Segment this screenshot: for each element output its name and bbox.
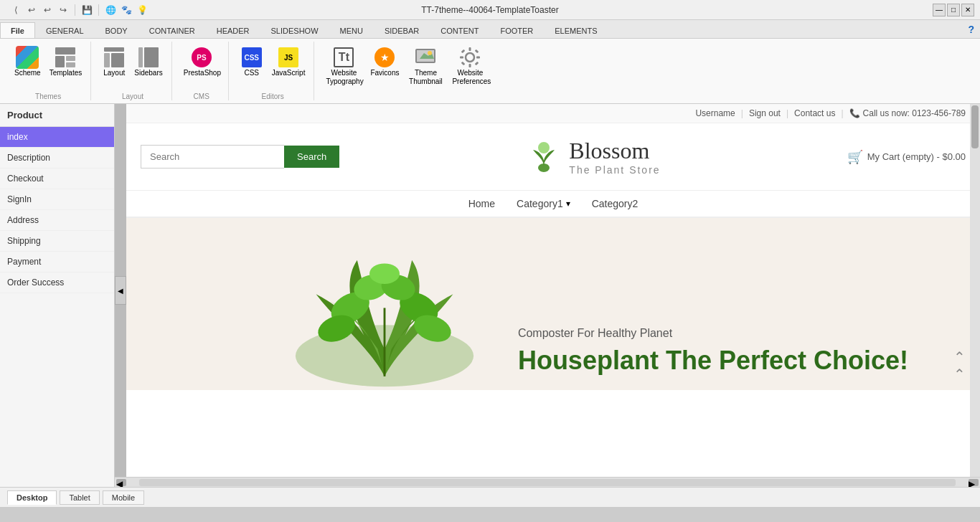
favicons-icon: ★ <box>373 46 396 69</box>
preview-container[interactable]: Username | Sign out | Contact us | 📞 Cal… <box>115 104 980 477</box>
scroll-track[interactable] <box>139 479 956 486</box>
scroll-left-btn[interactable]: ◀ <box>116 479 126 486</box>
tab-sidebar[interactable]: SIDEBAR <box>374 22 430 38</box>
templates-button[interactable]: Templates <box>47 44 85 79</box>
website-preview: Username | Sign out | Contact us | 📞 Cal… <box>126 104 980 477</box>
tab-general[interactable]: GENERAL <box>35 22 95 38</box>
cart-text: My Cart (empty) - $0.00 <box>867 151 966 162</box>
favicons-button[interactable]: ★ Favicons <box>367 44 402 79</box>
typo-icon-badge: Tt <box>334 47 354 67</box>
tab-menu[interactable]: MENU <box>329 22 374 38</box>
theme-thumbnail-label: Theme Thumbnail <box>407 69 443 86</box>
preview-nav: Home Category1 ▾ Category2 <box>126 191 980 218</box>
website-preferences-button[interactable]: Website Preferences <box>449 44 491 87</box>
tab-header[interactable]: HEADER <box>206 22 260 38</box>
help-icon[interactable]: ? <box>962 21 980 38</box>
toolbar-icons: ⟨ ↩ ↩ ↪ 💾 🌐 🐾 💡 <box>6 4 152 16</box>
hero-text: Composter For Healthy Planet Houseplant … <box>518 327 908 376</box>
sidebar-item-order-success[interactable]: Order Success <box>0 272 114 293</box>
back-icon[interactable]: ⟨ <box>9 4 23 16</box>
title-bar-controls[interactable]: — □ ✕ <box>933 4 974 16</box>
phone-info: 📞 Call us now: 0123-456-789 <box>849 108 966 118</box>
paw-icon[interactable]: 🐾 <box>119 4 133 16</box>
plant-svg <box>277 239 492 390</box>
minimize-button[interactable]: — <box>933 4 946 16</box>
svg-rect-21 <box>475 49 479 54</box>
search-button[interactable]: Search <box>284 146 339 168</box>
signout-link[interactable]: Sign out <box>749 108 781 118</box>
javascript-button[interactable]: JS JavaScript <box>269 44 308 79</box>
search-input[interactable] <box>141 145 284 169</box>
title-bar: ⟨ ↩ ↩ ↪ 💾 🌐 🐾 💡 TT-7theme--40064-Templat… <box>0 0 980 20</box>
website-typography-button[interactable]: Tt Website Typography <box>323 44 364 87</box>
svg-rect-6 <box>111 53 124 67</box>
contact-link[interactable]: Contact us <box>794 108 835 118</box>
tab-desktop[interactable]: Desktop <box>7 490 57 505</box>
js-icon-badge: JS <box>278 47 298 67</box>
themes-group-label: Themes <box>11 91 85 100</box>
tab-body[interactable]: BODY <box>95 22 138 38</box>
nav-home[interactable]: Home <box>468 198 495 209</box>
css-icon: CSS <box>240 46 263 69</box>
sidebar-item-address[interactable]: Address <box>0 210 114 231</box>
maximize-button[interactable]: □ <box>947 4 960 16</box>
undo-icon[interactable]: ↩ <box>24 4 39 16</box>
sidebar-item-description[interactable]: Description <box>0 148 114 169</box>
prestashop-button[interactable]: PS PrestaShop <box>181 44 222 79</box>
website-preferences-label: Website Preferences <box>452 69 488 86</box>
logo-text: Blossom The Plant Store <box>569 138 660 176</box>
ribbon-tabs: File GENERAL BODY CONTAINER HEADER SLIDE… <box>0 20 980 39</box>
ribbon-group-cms: PS PrestaShop CMS <box>175 42 229 100</box>
globe-icon[interactable]: 🌐 <box>103 4 118 16</box>
tab-tablet[interactable]: Tablet <box>60 490 99 505</box>
nav-category1-link[interactable]: Category1 <box>517 198 563 209</box>
scroll-right-btn[interactable]: ▶ <box>969 479 979 486</box>
close-button[interactable]: ✕ <box>961 4 974 16</box>
undo2-icon[interactable]: ↩ <box>40 4 55 16</box>
layout-button[interactable]: Layout <box>100 44 128 79</box>
username-link[interactable]: Username <box>695 108 735 118</box>
tab-file[interactable]: File <box>0 22 35 38</box>
tab-elements[interactable]: ELEMENTS <box>544 22 608 38</box>
tab-container[interactable]: CONTAINER <box>138 22 206 38</box>
canvas-collapse-button[interactable]: ◀ <box>115 276 126 305</box>
phone-icon: 📞 <box>849 108 860 118</box>
scroll-up-button[interactable]: ⌃⌃ <box>953 348 966 383</box>
sidebars-button[interactable]: Sidebars <box>131 44 165 79</box>
sidebar-item-signin[interactable]: SignIn <box>0 189 114 210</box>
svg-rect-3 <box>66 62 75 67</box>
save-icon[interactable]: 💾 <box>80 4 94 16</box>
logo-main-text: Blossom <box>569 138 660 164</box>
bulb-icon[interactable]: 💡 <box>135 4 149 16</box>
cart-widget[interactable]: 🛒 My Cart (empty) - $0.00 <box>847 149 966 165</box>
layout-label: Layout <box>103 69 125 77</box>
scheme-icon <box>16 46 39 69</box>
templates-icon <box>54 46 77 69</box>
svg-rect-1 <box>55 56 65 67</box>
ribbon-group-tools: Tt Website Typography ★ Favicons <box>317 42 496 100</box>
fav-icon-badge: ★ <box>374 47 395 67</box>
editors-group-label: Editors <box>237 91 308 100</box>
ribbon-group-layout: Layout Sidebars Layout <box>94 42 171 100</box>
sidebar-item-checkout[interactable]: Checkout <box>0 169 114 189</box>
svg-rect-20 <box>461 49 466 54</box>
svg-rect-8 <box>144 47 159 67</box>
theme-thumbnail-button[interactable]: Theme Thumbnail <box>405 44 446 87</box>
tab-footer[interactable]: FOOTER <box>489 22 544 38</box>
scrollbar-right[interactable] <box>970 104 980 477</box>
nav-category2[interactable]: Category2 <box>592 198 639 209</box>
sidebar-item-payment[interactable]: Payment <box>0 252 114 272</box>
preview-topbar: Username | Sign out | Contact us | 📞 Cal… <box>126 104 980 123</box>
tab-mobile[interactable]: Mobile <box>103 490 144 505</box>
css-button[interactable]: CSS CSS <box>237 44 266 79</box>
redo-icon[interactable]: ↪ <box>56 4 70 16</box>
sidebar-item-shipping[interactable]: Shipping <box>0 231 114 252</box>
svg-point-25 <box>538 142 550 153</box>
nav-category1[interactable]: Category1 ▾ <box>517 198 570 209</box>
svg-text:PS: PS <box>197 54 207 62</box>
tab-slideshow[interactable]: SLIDESHOW <box>260 22 329 38</box>
tab-content[interactable]: CONTENT <box>430 22 489 38</box>
scheme-button[interactable]: Scheme <box>11 44 44 79</box>
sidebar-item-index[interactable]: index <box>0 127 114 148</box>
css-icon-badge: CSS <box>242 47 262 67</box>
